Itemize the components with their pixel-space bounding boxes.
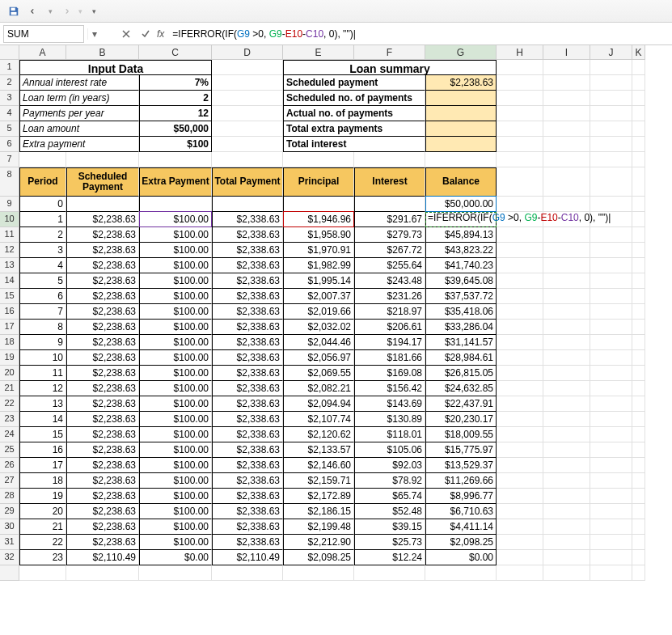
amort-cell[interactable]: $2,238.63 — [66, 350, 139, 366]
row-header-24[interactable]: 24 — [0, 427, 19, 442]
cell[interactable] — [543, 458, 590, 473]
input-value[interactable]: 7% — [139, 75, 212, 91]
cell[interactable] — [590, 152, 632, 167]
amort-cell[interactable]: $100.00 — [139, 243, 212, 258]
row-header-31[interactable]: 31 — [0, 535, 19, 550]
name-box[interactable]: SUM — [3, 25, 84, 43]
amort-cell[interactable]: $78.92 — [354, 473, 425, 489]
col-header-F[interactable]: F — [354, 45, 425, 60]
cell[interactable] — [139, 565, 212, 581]
amort-cell[interactable]: $291.67 — [354, 212, 425, 227]
amort-cell[interactable]: $33,286.04 — [425, 320, 497, 335]
cell[interactable] — [497, 75, 543, 91]
cell[interactable] — [590, 504, 632, 519]
cell[interactable] — [543, 335, 590, 350]
amort-cell[interactable]: $2,238.63 — [66, 504, 139, 519]
amort-cell[interactable]: $92.03 — [354, 458, 425, 473]
col-header-C[interactable]: C — [139, 45, 212, 60]
amort-cell[interactable]: $2,238.63 — [66, 212, 139, 227]
cell[interactable] — [543, 320, 590, 335]
amort-cell[interactable]: $2,238.63 — [66, 519, 139, 535]
cell[interactable] — [632, 381, 645, 396]
cell[interactable] — [497, 396, 543, 412]
amort-cell[interactable]: $100.00 — [139, 366, 212, 381]
cell[interactable] — [590, 273, 632, 289]
cell[interactable] — [590, 458, 632, 473]
row-header-33[interactable] — [0, 565, 19, 581]
amort-cell[interactable]: $12.24 — [354, 550, 425, 565]
cell[interactable] — [283, 152, 354, 167]
cell[interactable] — [590, 519, 632, 535]
summary-value[interactable] — [425, 137, 497, 152]
amort-cell[interactable] — [283, 197, 354, 212]
cell[interactable] — [632, 212, 645, 227]
amort-cell[interactable]: $2,338.63 — [212, 427, 283, 442]
period-cell[interactable]: 0 — [19, 197, 66, 212]
row-header-22[interactable]: 22 — [0, 396, 19, 412]
cell[interactable] — [497, 535, 543, 550]
cell[interactable] — [543, 273, 590, 289]
row-header-8[interactable]: 8 — [0, 167, 19, 197]
amort-cell[interactable]: $2,238.63 — [66, 335, 139, 350]
amort-cell[interactable]: $2,238.63 — [66, 412, 139, 427]
amort-cell[interactable]: $100.00 — [139, 458, 212, 473]
cell[interactable] — [543, 519, 590, 535]
input-value[interactable]: $50,000 — [139, 121, 212, 137]
row-header-18[interactable]: 18 — [0, 335, 19, 350]
cell[interactable] — [497, 458, 543, 473]
amort-cell[interactable]: $100.00 — [139, 258, 212, 273]
cell[interactable] — [543, 197, 590, 212]
cell[interactable] — [212, 106, 283, 121]
cell[interactable] — [497, 289, 543, 304]
cell[interactable] — [632, 350, 645, 366]
amort-cell[interactable]: $100.00 — [139, 473, 212, 489]
cell[interactable] — [543, 427, 590, 442]
amort-cell[interactable]: $100.00 — [139, 289, 212, 304]
cell[interactable] — [212, 121, 283, 137]
cell[interactable] — [590, 366, 632, 381]
cell[interactable] — [543, 258, 590, 273]
amort-cell[interactable]: $2,238.63 — [66, 458, 139, 473]
cell[interactable] — [543, 304, 590, 320]
cell[interactable] — [354, 565, 425, 581]
cell[interactable] — [590, 304, 632, 320]
row-header-30[interactable]: 30 — [0, 519, 19, 535]
cell[interactable] — [497, 106, 543, 121]
amort-cell[interactable]: $100.00 — [139, 504, 212, 519]
amort-cell[interactable]: $100.00 — [139, 320, 212, 335]
cell[interactable] — [212, 75, 283, 91]
amort-cell[interactable]: $24,632.85 — [425, 381, 497, 396]
amort-cell[interactable]: $2,110.49 — [66, 550, 139, 565]
cell[interactable] — [590, 381, 632, 396]
cell[interactable] — [497, 60, 543, 75]
amort-cell[interactable]: $2,338.63 — [212, 289, 283, 304]
amort-cell[interactable]: $2,338.63 — [212, 458, 283, 473]
amort-cell[interactable]: $100.00 — [139, 442, 212, 458]
amort-cell[interactable]: $2,098.25 — [425, 535, 497, 550]
redo-dropdown[interactable]: ▾ — [78, 7, 82, 15]
cell[interactable] — [590, 473, 632, 489]
row-header-17[interactable]: 17 — [0, 320, 19, 335]
cell[interactable] — [66, 152, 139, 167]
enter-icon[interactable] — [137, 25, 154, 43]
amort-cell[interactable]: $18,009.55 — [425, 427, 497, 442]
amort-cell[interactable]: $22,437.91 — [425, 396, 497, 412]
cell[interactable] — [632, 473, 645, 489]
cell[interactable] — [497, 565, 543, 581]
amort-cell[interactable] — [354, 197, 425, 212]
col-header-D[interactable]: D — [212, 45, 283, 60]
cell[interactable] — [590, 442, 632, 458]
amort-cell[interactable]: $2,238.63 — [66, 304, 139, 320]
period-cell[interactable]: 3 — [19, 243, 66, 258]
cell[interactable] — [497, 519, 543, 535]
cell[interactable] — [632, 137, 645, 152]
amort-cell[interactable]: $2,069.55 — [283, 366, 354, 381]
amort-cell[interactable]: $1,982.99 — [283, 258, 354, 273]
summary-value[interactable]: $2,238.63 — [425, 75, 497, 91]
amort-cell[interactable]: $2,107.74 — [283, 412, 354, 427]
col-header-K[interactable]: K — [632, 45, 645, 60]
cell[interactable] — [497, 335, 543, 350]
amort-cell[interactable]: $20,230.17 — [425, 412, 497, 427]
cell[interactable] — [632, 519, 645, 535]
cell[interactable] — [497, 304, 543, 320]
